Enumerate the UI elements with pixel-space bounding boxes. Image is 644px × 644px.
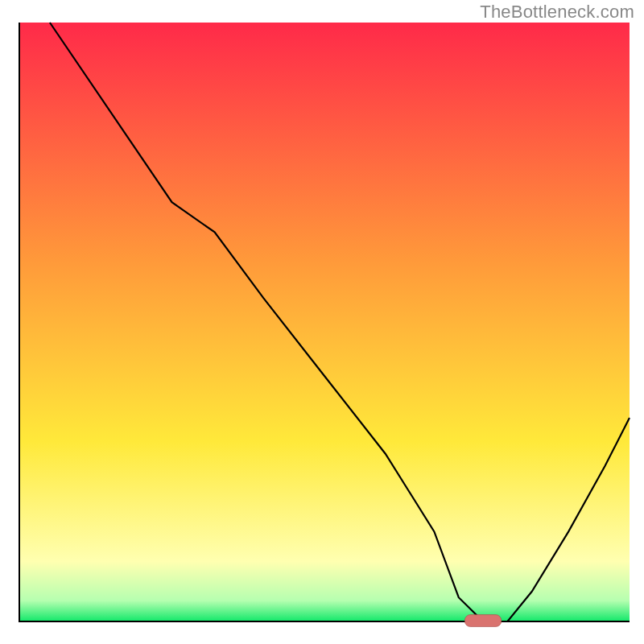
bottleneck-chart: TheBottleneck.com	[0, 0, 644, 644]
plot-area-gradient	[19, 23, 630, 621]
watermark-text: TheBottleneck.com	[480, 2, 634, 23]
heatmap-background	[0, 0, 644, 644]
